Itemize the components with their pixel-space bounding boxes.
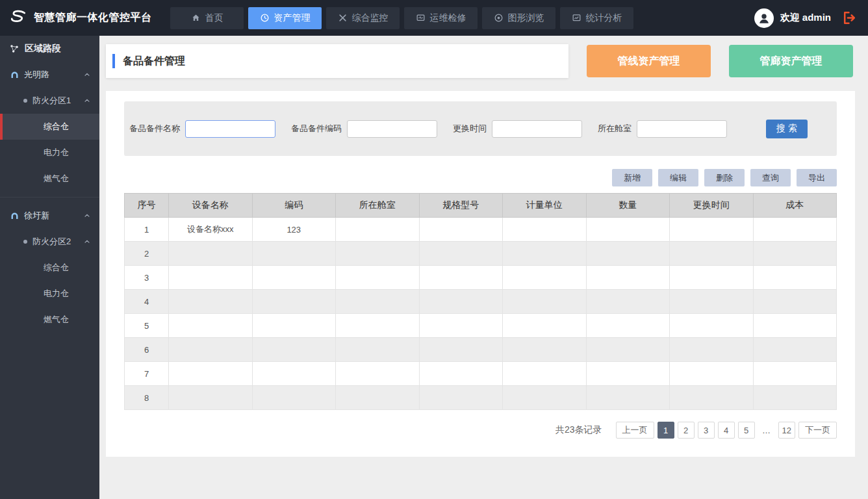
prev-page-button[interactable]: 上一页 bbox=[616, 422, 654, 439]
table-cell: 设备名称xxx bbox=[169, 218, 253, 242]
nav-item-statistics[interactable]: 统计分析 bbox=[560, 7, 633, 29]
table-cell bbox=[336, 386, 420, 410]
tree-zone-firezone-2[interactable]: 防火分区2 bbox=[0, 229, 99, 255]
table-cell bbox=[503, 314, 587, 338]
table-cell bbox=[252, 362, 336, 386]
table-cell bbox=[753, 290, 837, 314]
tree-leaf-power-bay-1[interactable]: 电力仓 bbox=[0, 140, 99, 166]
table-cell bbox=[419, 362, 503, 386]
table-row[interactable]: 1设备名称xxx123 bbox=[125, 218, 837, 242]
table-cell bbox=[503, 218, 587, 242]
nav-item-home[interactable]: 首页 bbox=[170, 7, 244, 29]
maintenance-icon bbox=[416, 13, 426, 23]
nav-item-maintenance[interactable]: 运维检修 bbox=[404, 7, 478, 29]
table-cell bbox=[670, 386, 754, 410]
tree-leaf-label: 电力仓 bbox=[44, 147, 69, 159]
table-row[interactable]: 2 bbox=[125, 242, 837, 266]
tree-zone-label: 防火分区2 bbox=[32, 236, 71, 248]
field-spare-code: 备品备件编码 bbox=[291, 120, 437, 138]
tree-leaf-gas-bay-2[interactable]: 燃气仓 bbox=[0, 307, 99, 333]
tree-group-guangming[interactable]: 光明路 bbox=[0, 62, 99, 88]
table-cell bbox=[753, 362, 837, 386]
table-header-row: 序号 设备名称 编码 所在舱室 规格型号 计量单位 数量 更换时间 成本 bbox=[125, 194, 837, 218]
table-cell bbox=[753, 338, 837, 362]
table-cell bbox=[252, 338, 336, 362]
table-cell bbox=[586, 266, 670, 290]
tree-leaf-label: 燃气仓 bbox=[44, 314, 69, 326]
table-body: 1设备名称xxx1232345678 bbox=[125, 218, 837, 410]
field-replace-time: 更换时间 bbox=[453, 120, 582, 138]
page-head: 备品备件管理 管线资产管理 管廊资产管理 bbox=[106, 44, 853, 78]
table-cell bbox=[336, 266, 420, 290]
gallery-asset-button[interactable]: 管廊资产管理 bbox=[729, 45, 853, 77]
table-row[interactable]: 6 bbox=[125, 338, 837, 362]
pagination-page-2[interactable]: 2 bbox=[678, 422, 695, 439]
bullet-dot-icon bbox=[23, 240, 27, 244]
pipeline-asset-button[interactable]: 管线资产管理 bbox=[587, 45, 711, 77]
tunnel-icon bbox=[10, 211, 19, 221]
field-spare-name: 备品备件名称 bbox=[129, 120, 275, 138]
table-row[interactable]: 7 bbox=[125, 362, 837, 386]
table-cell bbox=[753, 242, 837, 266]
table-row[interactable]: 4 bbox=[125, 290, 837, 314]
table-row[interactable]: 8 bbox=[125, 386, 837, 410]
nav-label: 综合监控 bbox=[352, 12, 389, 24]
tree-zone-firezone-1[interactable]: 防火分区1 bbox=[0, 88, 99, 114]
table-cell bbox=[586, 314, 670, 338]
pagination-page-12[interactable]: 12 bbox=[778, 422, 795, 439]
search-button[interactable]: 搜 索 bbox=[766, 120, 808, 138]
cabin-input[interactable] bbox=[637, 120, 727, 138]
nav-item-assets[interactable]: 资产管理 bbox=[248, 7, 322, 29]
tree-leaf-integrated-bay-1[interactable]: 综合仓 bbox=[0, 114, 99, 140]
table-cell bbox=[753, 266, 837, 290]
page-title: 备品备件管理 bbox=[123, 55, 185, 68]
replace-time-input[interactable] bbox=[492, 120, 582, 138]
table-cell: 6 bbox=[125, 338, 169, 362]
chevron-up-icon bbox=[83, 97, 91, 105]
tree-leaf-gas-bay-1[interactable]: 燃气仓 bbox=[0, 166, 99, 192]
spare-code-input[interactable] bbox=[347, 120, 437, 138]
table-cell bbox=[503, 242, 587, 266]
table-header: 数量 bbox=[586, 194, 670, 218]
spare-name-input[interactable] bbox=[185, 120, 275, 138]
edit-button[interactable]: 编辑 bbox=[658, 169, 698, 186]
next-page-button[interactable]: 下一页 bbox=[798, 422, 837, 439]
logo: 智慧管廊一体化管控平台 bbox=[0, 8, 170, 29]
pagination-page-3[interactable]: 3 bbox=[698, 422, 715, 439]
tree-group-xuwei[interactable]: 徐圩新 bbox=[0, 203, 99, 229]
sidebar: 区域路段 光明路 防火分区1 综合仓 电力仓 燃气仓 徐圩新 bbox=[0, 36, 99, 499]
query-button[interactable]: 查询 bbox=[750, 169, 791, 186]
table-header: 设备名称 bbox=[169, 194, 253, 218]
user-avatar-icon bbox=[754, 8, 774, 28]
table-row[interactable]: 3 bbox=[125, 266, 837, 290]
table-cell bbox=[336, 290, 420, 314]
home-icon bbox=[191, 13, 201, 23]
network-icon bbox=[9, 44, 19, 54]
table-cell: 1 bbox=[125, 218, 169, 242]
table-row[interactable]: 5 bbox=[125, 314, 837, 338]
delete-button[interactable]: 删除 bbox=[704, 169, 745, 186]
pagination-page-5[interactable]: 5 bbox=[738, 422, 755, 439]
tree-leaf-label: 综合仓 bbox=[44, 262, 69, 274]
pagination-page-4[interactable]: 4 bbox=[718, 422, 735, 439]
tree-leaf-power-bay-2[interactable]: 电力仓 bbox=[0, 281, 99, 307]
table-header: 成本 bbox=[753, 194, 837, 218]
tree-leaf-integrated-bay-2[interactable]: 综合仓 bbox=[0, 255, 99, 281]
nav-label: 首页 bbox=[205, 12, 223, 24]
chevron-up-icon bbox=[83, 212, 91, 220]
sidebar-header-label: 区域路段 bbox=[25, 43, 61, 55]
tunnel-icon bbox=[10, 70, 19, 80]
export-button[interactable]: 导出 bbox=[797, 169, 837, 186]
tree-zone-label: 防火分区1 bbox=[32, 95, 71, 107]
nav-item-graphics[interactable]: 图形浏览 bbox=[482, 7, 555, 29]
nav-item-monitoring[interactable]: 综合监控 bbox=[326, 7, 400, 29]
table-cell bbox=[336, 362, 420, 386]
add-button[interactable]: 新增 bbox=[612, 169, 652, 186]
pagination-page-1[interactable]: 1 bbox=[657, 422, 674, 439]
nav-label: 运维检修 bbox=[430, 12, 466, 24]
table-cell bbox=[753, 218, 837, 242]
table-header: 计量单位 bbox=[503, 194, 587, 218]
nav-label: 资产管理 bbox=[274, 12, 311, 24]
table-cell bbox=[169, 386, 253, 410]
logout-icon[interactable] bbox=[841, 10, 858, 26]
